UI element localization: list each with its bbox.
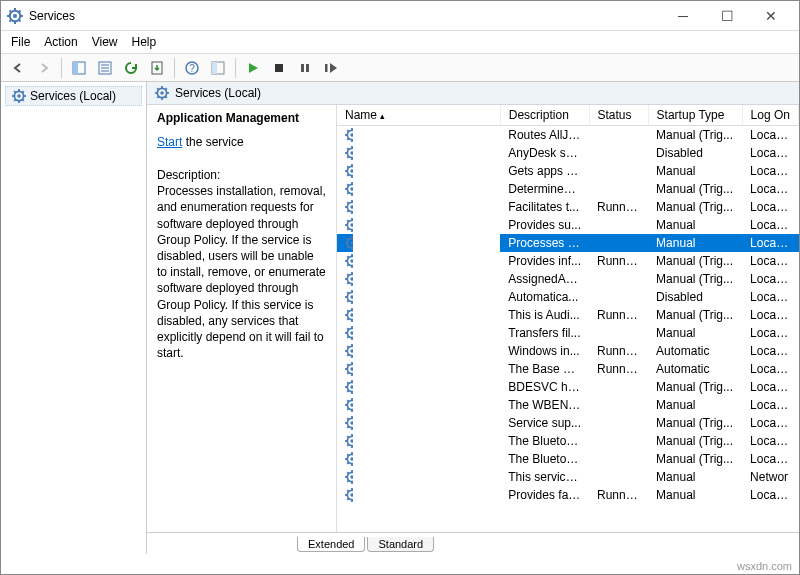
service-row[interactable]: App ReadinessGets apps re...ManualLocal … bbox=[337, 162, 799, 180]
service-row[interactable]: Bluetooth Audio Gateway S...Service sup.… bbox=[337, 414, 799, 432]
cell-logon: Local Sy bbox=[742, 450, 798, 468]
cell-logon: Local Se bbox=[742, 414, 798, 432]
service-row[interactable]: Application Layer Gateway ...Provides su… bbox=[337, 216, 799, 234]
cell-description: Provides inf... bbox=[500, 252, 589, 270]
toggle-console-tree-button[interactable] bbox=[207, 57, 229, 79]
cell-status bbox=[589, 324, 648, 342]
menu-file[interactable]: File bbox=[11, 35, 30, 49]
window-title: Services bbox=[29, 9, 661, 23]
stop-service-button[interactable] bbox=[268, 57, 290, 79]
cell-logon: Local Sy bbox=[742, 162, 798, 180]
tab-extended[interactable]: Extended bbox=[297, 537, 365, 552]
column-header[interactable]: Description bbox=[500, 105, 589, 126]
service-icon bbox=[345, 200, 353, 214]
cell-description: This is Audi... bbox=[500, 306, 589, 324]
service-icon bbox=[345, 470, 353, 484]
tab-standard[interactable]: Standard bbox=[367, 537, 434, 552]
watermark: wsxdn.com bbox=[737, 560, 792, 572]
cell-status: Running bbox=[589, 306, 648, 324]
properties-button[interactable] bbox=[94, 57, 116, 79]
service-row[interactable]: Bluetooth Support ServiceThe Bluetoo...M… bbox=[337, 432, 799, 450]
cell-description: The Base Fil... bbox=[500, 360, 589, 378]
cell-status bbox=[589, 414, 648, 432]
services-list[interactable]: Name ▴DescriptionStatusStartup TypeLog O… bbox=[337, 105, 799, 532]
export-list-button[interactable] bbox=[146, 57, 168, 79]
service-row[interactable]: Application InformationFacilitates t...R… bbox=[337, 198, 799, 216]
pause-service-button[interactable] bbox=[294, 57, 316, 79]
cell-logon: Local Se bbox=[742, 126, 798, 145]
cell-description: Service sup... bbox=[500, 414, 589, 432]
help-button[interactable]: ? bbox=[181, 57, 203, 79]
cell-status bbox=[589, 432, 648, 450]
service-row[interactable]: AppX Deployment Service (...Provides inf… bbox=[337, 252, 799, 270]
service-row[interactable]: AVCTP serviceThis is Audi...RunningManua… bbox=[337, 306, 799, 324]
cell-logon: Local Sy bbox=[742, 234, 798, 252]
service-row[interactable]: BitLocker Drive Encryption ...BDESVC hos… bbox=[337, 378, 799, 396]
cell-logon: Local Sy bbox=[742, 252, 798, 270]
svg-rect-22 bbox=[301, 64, 304, 72]
cell-status bbox=[589, 180, 648, 198]
tree-item-services-local[interactable]: Services (Local) bbox=[5, 86, 142, 106]
cell-startup: Manual (Trig... bbox=[648, 378, 742, 396]
service-icon bbox=[345, 218, 353, 232]
service-icon bbox=[345, 398, 353, 412]
cell-logon: Local Sy bbox=[742, 324, 798, 342]
service-row[interactable]: Background Intelligent Tran...Transfers … bbox=[337, 324, 799, 342]
cell-logon: Local Sy bbox=[742, 198, 798, 216]
minimize-button[interactable]: ─ bbox=[661, 2, 705, 30]
service-row[interactable]: AllJoyn Router ServiceRoutes AllJo...Man… bbox=[337, 126, 799, 145]
column-header[interactable]: Status bbox=[589, 105, 648, 126]
cell-status bbox=[589, 288, 648, 306]
service-row[interactable]: Capability Access Manager ...Provides fa… bbox=[337, 486, 799, 504]
cell-startup: Manual (Trig... bbox=[648, 414, 742, 432]
service-icon bbox=[345, 164, 353, 178]
cell-status bbox=[589, 162, 648, 180]
service-icon bbox=[345, 146, 353, 160]
cell-startup: Manual (Trig... bbox=[648, 306, 742, 324]
service-icon bbox=[345, 326, 353, 340]
service-row[interactable]: AssignedAccessManager Se...AssignedAc...… bbox=[337, 270, 799, 288]
maximize-button[interactable]: ☐ bbox=[705, 2, 749, 30]
cell-description: Provides fac... bbox=[500, 486, 589, 504]
restart-service-button[interactable] bbox=[320, 57, 342, 79]
start-service-button[interactable] bbox=[242, 57, 264, 79]
service-row[interactable]: Auto Time Zone UpdaterAutomatica...Disab… bbox=[337, 288, 799, 306]
back-button[interactable] bbox=[7, 57, 29, 79]
service-row[interactable]: Base Filtering EngineThe Base Fil...Runn… bbox=[337, 360, 799, 378]
column-header[interactable]: Name ▴ bbox=[337, 105, 500, 126]
start-link[interactable]: Start bbox=[157, 135, 182, 149]
service-icon bbox=[345, 290, 353, 304]
column-header[interactable]: Log On bbox=[742, 105, 798, 126]
menu-view[interactable]: View bbox=[92, 35, 118, 49]
forward-button[interactable] bbox=[33, 57, 55, 79]
main-header: Services (Local) bbox=[147, 82, 799, 105]
menu-bar: File Action View Help bbox=[1, 31, 799, 54]
show-hide-tree-button[interactable] bbox=[68, 57, 90, 79]
service-icon bbox=[345, 344, 353, 358]
service-icon bbox=[345, 452, 353, 466]
service-row[interactable]: AnyDesk ServiceAnyDesk su...DisabledLoca… bbox=[337, 144, 799, 162]
close-button[interactable]: ✕ bbox=[749, 2, 793, 30]
service-row[interactable]: Block Level Backup Engine ...The WBENG..… bbox=[337, 396, 799, 414]
service-row[interactable]: Background Tasks Infrastruc...Windows in… bbox=[337, 342, 799, 360]
service-row[interactable]: Bluetooth User Support Ser...The Bluetoo… bbox=[337, 450, 799, 468]
app-icon bbox=[7, 8, 23, 24]
service-row[interactable]: BranchCacheThis service...ManualNetwor bbox=[337, 468, 799, 486]
column-header[interactable]: Startup Type bbox=[648, 105, 742, 126]
cell-description: The WBENG... bbox=[500, 396, 589, 414]
service-action-line: Start the service bbox=[157, 135, 326, 149]
svg-rect-23 bbox=[306, 64, 309, 72]
cell-description: Provides su... bbox=[500, 216, 589, 234]
cell-startup: Manual bbox=[648, 216, 742, 234]
refresh-button[interactable] bbox=[120, 57, 142, 79]
cell-description: Automatica... bbox=[500, 288, 589, 306]
menu-action[interactable]: Action bbox=[44, 35, 77, 49]
service-icon bbox=[345, 434, 353, 448]
cell-startup: Manual bbox=[648, 396, 742, 414]
service-row[interactable]: Application IdentityDetermines ...Manual… bbox=[337, 180, 799, 198]
service-row[interactable]: Application ManagementProcesses in...Man… bbox=[337, 234, 799, 252]
cell-description: Processes in... bbox=[500, 234, 589, 252]
menu-help[interactable]: Help bbox=[132, 35, 157, 49]
cell-startup: Automatic bbox=[648, 360, 742, 378]
cell-description: Transfers fil... bbox=[500, 324, 589, 342]
